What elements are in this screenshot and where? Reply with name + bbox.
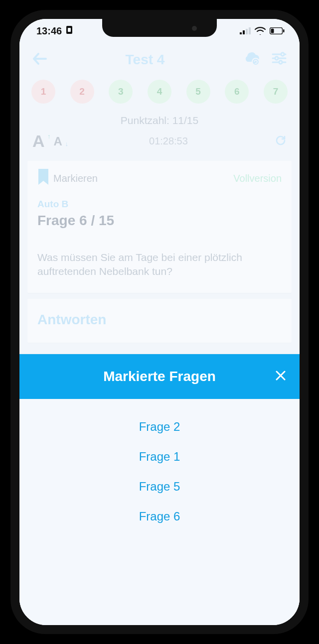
svg-rect-2 [240, 32, 242, 34]
sim-icon [66, 25, 73, 37]
svg-point-13 [275, 57, 278, 60]
font-increase-button[interactable]: A [32, 131, 45, 151]
question-chip-1[interactable]: 1 [31, 80, 55, 104]
bookmark-label[interactable]: Markieren [53, 173, 98, 184]
cellular-icon [240, 27, 251, 34]
svg-rect-8 [283, 29, 285, 32]
fullversion-link[interactable]: Vollversion [233, 173, 282, 184]
sheet-title: Markierte Fragen [103, 369, 216, 385]
answers-card: Antworten [27, 299, 292, 343]
cloud-sync-icon[interactable] [243, 52, 261, 68]
svg-rect-3 [243, 30, 245, 34]
question-chip-2[interactable]: 2 [70, 80, 94, 104]
svg-rect-5 [249, 27, 251, 34]
svg-point-15 [279, 61, 282, 64]
category-label: Auto B [37, 199, 282, 210]
marked-question-item[interactable]: Frage 1 [139, 450, 180, 464]
question-chip-7[interactable]: 7 [264, 80, 288, 104]
answers-heading: Antworten [37, 312, 282, 328]
svg-rect-4 [246, 29, 248, 34]
marked-questions-sheet: Markierte Fragen Frage 2 Frage 1 Frage 5… [19, 354, 300, 625]
marked-question-item[interactable]: Frage 2 [139, 420, 180, 434]
marked-question-item[interactable]: Frage 6 [139, 510, 180, 523]
question-chip-3[interactable]: 3 [109, 80, 133, 104]
svg-rect-1 [68, 28, 71, 32]
timer-text: 01:28:53 [149, 135, 188, 147]
question-text: Was müssen Sie am Tage bei einer plötzli… [37, 251, 282, 279]
svg-rect-7 [271, 29, 274, 33]
svg-point-11 [281, 53, 284, 56]
battery-icon [270, 27, 285, 34]
question-card: Markieren Vollversion Auto B Frage 6 / 1… [27, 161, 292, 293]
question-chip-4[interactable]: 4 [148, 80, 171, 104]
question-number: Frage 6 / 15 [37, 213, 282, 229]
refresh-button[interactable] [275, 134, 287, 148]
page-title: Test 4 [47, 52, 243, 68]
question-chip-6[interactable]: 6 [225, 80, 249, 104]
settings-sliders-icon[interactable] [272, 52, 287, 68]
question-chip-5[interactable]: 5 [186, 80, 210, 104]
score-text: Punktzahl: 11/15 [19, 109, 300, 129]
wifi-icon [255, 27, 266, 35]
status-time: 13:46 [36, 25, 62, 37]
marked-question-item[interactable]: Frage 5 [139, 480, 180, 494]
close-button[interactable] [275, 370, 287, 384]
svg-point-9 [252, 58, 259, 65]
question-chips: 1 2 3 4 5 6 7 [19, 73, 300, 109]
back-button[interactable] [32, 52, 47, 67]
bookmark-icon[interactable] [37, 169, 49, 188]
font-decrease-button[interactable]: A [54, 134, 62, 148]
